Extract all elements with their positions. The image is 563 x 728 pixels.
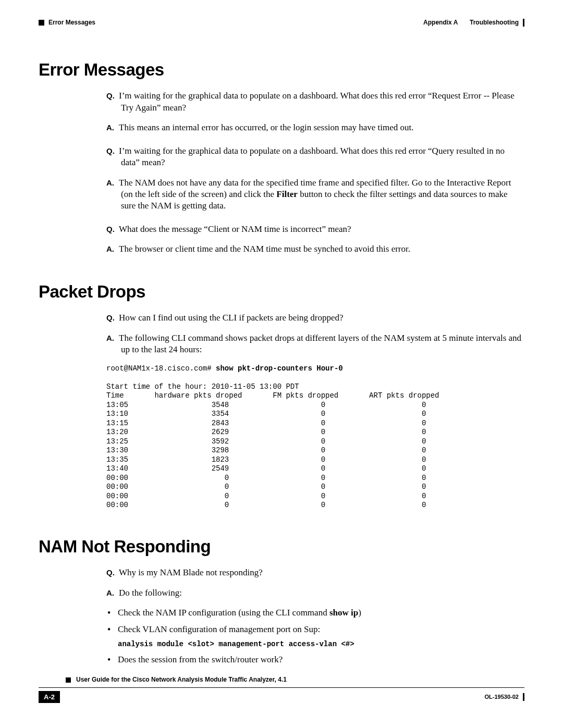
cli-line: 13:20 2629 0 0 bbox=[106, 428, 426, 436]
bullet-text-post: ) bbox=[358, 608, 361, 618]
list-item: Check the NAM IP configuration (using th… bbox=[106, 607, 524, 619]
q-label: Q. bbox=[106, 567, 119, 578]
footer-rule bbox=[39, 687, 524, 688]
cli-output: root@NAM1x-18.cisco.com# show pkt-drop-c… bbox=[106, 364, 524, 510]
cli-line: 13:10 3354 0 0 bbox=[106, 410, 426, 418]
qa-block: Q.How can I find out using the CLI if pa… bbox=[106, 312, 524, 324]
header-vbar-icon bbox=[523, 19, 524, 27]
q-label: Q. bbox=[106, 146, 119, 156]
list-item: Check VLAN configuration of management p… bbox=[106, 624, 524, 649]
cli-line: Time hardware pkts droped FM pkts droppe… bbox=[106, 391, 439, 400]
header-bullet-icon bbox=[39, 20, 44, 26]
qa-block: Q.Why is my NAM Blade not responding? bbox=[106, 567, 524, 578]
cli-line: 13:25 3592 0 0 bbox=[106, 437, 426, 446]
q-text: What does the message “Client or NAM tim… bbox=[119, 224, 351, 234]
heading-error-messages: Error Messages bbox=[39, 58, 524, 81]
a-text-bold: Filter bbox=[276, 189, 298, 199]
qa-block: A.The browser or client time and the NAM… bbox=[106, 243, 524, 255]
cli-line: 00:00 0 0 0 bbox=[106, 474, 426, 482]
page-number: A-2 bbox=[39, 691, 60, 703]
qa-block: Q.I’m waiting for the graphical data to … bbox=[106, 90, 524, 114]
a-label: A. bbox=[106, 588, 119, 598]
bullet-text: Check VLAN configuration of management p… bbox=[118, 624, 320, 634]
footer-vbar-icon bbox=[523, 693, 524, 701]
qa-block: A.Do the following: bbox=[106, 587, 524, 599]
cli-line: 00:00 0 0 0 bbox=[106, 501, 426, 509]
cli-line: Start time of the hour: 2010-11-05 13:00… bbox=[106, 382, 299, 391]
q-text: I’m waiting for the graphical data to po… bbox=[119, 146, 505, 167]
header-chapter-title: Troubleshooting bbox=[470, 19, 519, 27]
section-packet-drops: Packet Drops Q.How can I find out using … bbox=[39, 280, 524, 510]
cli-command: show pkt-drop-counters Hour-0 bbox=[216, 364, 343, 373]
cli-line: 13:35 1823 0 0 bbox=[106, 455, 426, 464]
a-label: A. bbox=[106, 333, 119, 343]
heading-packet-drops: Packet Drops bbox=[39, 280, 524, 303]
qa-block: Q.I’m waiting for the graphical data to … bbox=[106, 145, 524, 169]
qa-block: Q.What does the message “Client or NAM t… bbox=[106, 224, 524, 235]
bullet-text-bold: show ip bbox=[329, 608, 358, 618]
header-appendix-label: Appendix A bbox=[423, 19, 458, 27]
qa-block: A.This means an internal error has occur… bbox=[106, 122, 524, 133]
page-header: Error Messages Appendix A Troubleshootin… bbox=[39, 19, 524, 27]
cli-prompt: root@NAM1x-18.cisco.com# bbox=[106, 364, 216, 373]
a-text: The following CLI command shows packet d… bbox=[119, 333, 521, 354]
bullet-list: Check the NAM IP configuration (using th… bbox=[106, 607, 524, 666]
page-footer: User Guide for the Cisco Network Analysi… bbox=[39, 676, 524, 703]
cli-snippet: analysis module <slot> management-port a… bbox=[118, 640, 524, 649]
a-text: The browser or client time and the NAM t… bbox=[119, 244, 410, 254]
qa-block: A.The NAM does not have any data for the… bbox=[106, 177, 524, 212]
bullet-text-pre: Check the NAM IP configuration (using th… bbox=[118, 608, 329, 618]
section-nam-not-responding: NAM Not Responding Q.Why is my NAM Blade… bbox=[39, 535, 524, 666]
section-error-messages: Error Messages Q.I’m waiting for the gra… bbox=[39, 58, 524, 255]
cli-line: 13:40 2549 0 0 bbox=[106, 464, 426, 473]
footer-bullet-icon bbox=[66, 677, 71, 683]
a-label: A. bbox=[106, 244, 119, 254]
cli-line: 00:00 0 0 0 bbox=[106, 483, 426, 491]
cli-line: 13:15 2843 0 0 bbox=[106, 419, 426, 427]
qa-block: A.The following CLI command shows packet… bbox=[106, 332, 524, 356]
cli-line: 00:00 0 0 0 bbox=[106, 492, 426, 500]
q-text: How can I find out using the CLI if pack… bbox=[119, 313, 344, 323]
list-item: Does the session from the switch/router … bbox=[106, 654, 524, 665]
a-label: A. bbox=[106, 178, 119, 188]
a-label: A. bbox=[106, 122, 119, 133]
q-text: I’m waiting for the graphical data to po… bbox=[119, 91, 515, 112]
header-section-label: Error Messages bbox=[48, 19, 95, 27]
a-text: This means an internal error has occurre… bbox=[119, 122, 414, 132]
heading-nam-not-responding: NAM Not Responding bbox=[39, 535, 524, 558]
q-label: Q. bbox=[106, 313, 119, 323]
cli-line: 13:30 3298 0 0 bbox=[106, 446, 426, 454]
q-text: Why is my NAM Blade not responding? bbox=[119, 567, 263, 577]
cli-line: 13:05 3548 0 0 bbox=[106, 401, 426, 409]
footer-guide-title: User Guide for the Cisco Network Analysi… bbox=[76, 676, 287, 684]
a-text: Do the following: bbox=[119, 588, 182, 598]
q-label: Q. bbox=[106, 91, 119, 101]
bullet-text: Does the session from the switch/router … bbox=[118, 655, 283, 664]
q-label: Q. bbox=[106, 224, 119, 235]
footer-doc-id: OL-19530-02 bbox=[485, 693, 519, 701]
